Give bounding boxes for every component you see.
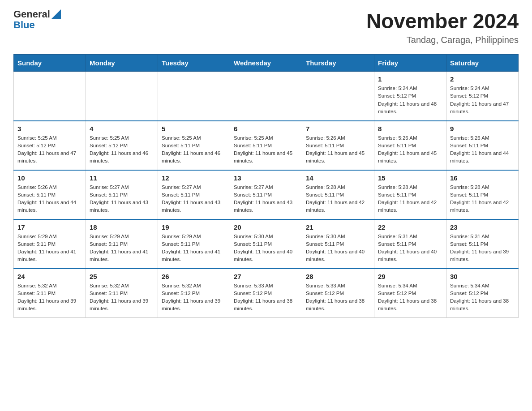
day-info: Sunrise: 5:25 AMSunset: 5:12 PMDaylight:…: [90, 134, 154, 165]
day-number: 12: [162, 174, 226, 182]
title-section: November 2024 Tandag, Caraga, Philippine…: [366, 9, 519, 45]
calendar-table: SundayMondayTuesdayWednesdayThursdayFrid…: [13, 54, 519, 318]
day-number: 27: [234, 273, 298, 280]
calendar-day-7: 7Sunrise: 5:26 AMSunset: 5:11 PMDaylight…: [302, 121, 374, 170]
empty-cell: [158, 72, 230, 121]
day-number: 7: [306, 125, 370, 133]
day-number: 26: [162, 273, 226, 280]
svg-marker-0: [51, 9, 61, 19]
calendar-day-4: 4Sunrise: 5:25 AMSunset: 5:12 PMDaylight…: [86, 121, 158, 170]
day-info: Sunrise: 5:31 AMSunset: 5:11 PMDaylight:…: [450, 233, 515, 264]
day-info: Sunrise: 5:31 AMSunset: 5:11 PMDaylight:…: [378, 233, 442, 264]
calendar-day-12: 12Sunrise: 5:27 AMSunset: 5:11 PMDayligh…: [158, 170, 230, 219]
day-number: 8: [378, 125, 442, 133]
empty-cell: [14, 72, 86, 121]
calendar-day-26: 26Sunrise: 5:32 AMSunset: 5:12 PMDayligh…: [158, 269, 230, 318]
day-info: Sunrise: 5:28 AMSunset: 5:11 PMDaylight:…: [450, 184, 515, 214]
empty-cell: [86, 72, 158, 121]
weekday-header-tuesday: Tuesday: [158, 55, 230, 72]
day-number: 16: [450, 174, 515, 182]
calendar-day-3: 3Sunrise: 5:25 AMSunset: 5:12 PMDaylight…: [14, 121, 86, 170]
day-number: 2: [450, 75, 515, 83]
day-info: Sunrise: 5:28 AMSunset: 5:11 PMDaylight:…: [306, 184, 370, 214]
day-number: 25: [90, 273, 154, 280]
day-number: 13: [234, 174, 298, 182]
weekday-header-row: SundayMondayTuesdayWednesdayThursdayFrid…: [14, 55, 519, 72]
day-number: 10: [17, 174, 82, 182]
day-number: 19: [162, 223, 226, 231]
calendar-day-28: 28Sunrise: 5:33 AMSunset: 5:12 PMDayligh…: [302, 269, 374, 318]
calendar-day-2: 2Sunrise: 5:24 AMSunset: 5:12 PMDaylight…: [446, 72, 519, 121]
day-number: 6: [234, 125, 298, 133]
day-number: 9: [450, 125, 515, 133]
calendar-day-10: 10Sunrise: 5:26 AMSunset: 5:11 PMDayligh…: [14, 170, 86, 219]
calendar-day-17: 17Sunrise: 5:29 AMSunset: 5:11 PMDayligh…: [14, 219, 86, 269]
calendar-week-2: 3Sunrise: 5:25 AMSunset: 5:12 PMDaylight…: [14, 121, 519, 170]
day-info: Sunrise: 5:32 AMSunset: 5:11 PMDaylight:…: [17, 282, 82, 313]
day-number: 4: [90, 125, 154, 133]
empty-cell: [302, 72, 374, 121]
day-info: Sunrise: 5:25 AMSunset: 5:12 PMDaylight:…: [17, 134, 82, 165]
calendar-day-14: 14Sunrise: 5:28 AMSunset: 5:11 PMDayligh…: [302, 170, 374, 219]
logo-general: General: [13, 9, 50, 20]
calendar-day-24: 24Sunrise: 5:32 AMSunset: 5:11 PMDayligh…: [14, 269, 86, 318]
day-number: 21: [306, 223, 370, 231]
weekday-header-thursday: Thursday: [302, 55, 374, 72]
logo-triangle-icon: [51, 9, 61, 19]
calendar-day-8: 8Sunrise: 5:26 AMSunset: 5:11 PMDaylight…: [374, 121, 446, 170]
calendar-week-5: 24Sunrise: 5:32 AMSunset: 5:11 PMDayligh…: [14, 269, 519, 318]
day-info: Sunrise: 5:29 AMSunset: 5:11 PMDaylight:…: [90, 233, 154, 264]
calendar-week-1: 1Sunrise: 5:24 AMSunset: 5:12 PMDaylight…: [14, 72, 519, 121]
calendar-day-5: 5Sunrise: 5:25 AMSunset: 5:11 PMDaylight…: [158, 121, 230, 170]
calendar-day-16: 16Sunrise: 5:28 AMSunset: 5:11 PMDayligh…: [446, 170, 519, 219]
day-number: 30: [450, 273, 515, 280]
day-info: Sunrise: 5:26 AMSunset: 5:11 PMDaylight:…: [378, 134, 442, 165]
location: Tandag, Caraga, Philippines: [366, 35, 519, 45]
day-info: Sunrise: 5:29 AMSunset: 5:11 PMDaylight:…: [17, 233, 82, 264]
calendar-day-13: 13Sunrise: 5:27 AMSunset: 5:11 PMDayligh…: [230, 170, 302, 219]
calendar-day-25: 25Sunrise: 5:32 AMSunset: 5:11 PMDayligh…: [86, 269, 158, 318]
day-number: 1: [378, 75, 442, 83]
calendar-day-30: 30Sunrise: 5:34 AMSunset: 5:12 PMDayligh…: [446, 269, 519, 318]
empty-cell: [230, 72, 302, 121]
day-info: Sunrise: 5:28 AMSunset: 5:11 PMDaylight:…: [378, 184, 442, 214]
day-number: 24: [17, 273, 82, 280]
day-number: 28: [306, 273, 370, 280]
calendar-day-20: 20Sunrise: 5:30 AMSunset: 5:11 PMDayligh…: [230, 219, 302, 269]
day-info: Sunrise: 5:25 AMSunset: 5:11 PMDaylight:…: [234, 134, 298, 165]
day-info: Sunrise: 5:26 AMSunset: 5:11 PMDaylight:…: [306, 134, 370, 165]
day-info: Sunrise: 5:34 AMSunset: 5:12 PMDaylight:…: [450, 282, 515, 313]
day-number: 17: [17, 223, 82, 231]
day-info: Sunrise: 5:33 AMSunset: 5:12 PMDaylight:…: [234, 282, 298, 313]
calendar-day-21: 21Sunrise: 5:30 AMSunset: 5:11 PMDayligh…: [302, 219, 374, 269]
day-info: Sunrise: 5:32 AMSunset: 5:12 PMDaylight:…: [162, 282, 226, 313]
day-number: 11: [90, 174, 154, 182]
day-info: Sunrise: 5:27 AMSunset: 5:11 PMDaylight:…: [234, 184, 298, 214]
day-number: 14: [306, 174, 370, 182]
day-info: Sunrise: 5:24 AMSunset: 5:12 PMDaylight:…: [378, 85, 442, 116]
calendar-day-1: 1Sunrise: 5:24 AMSunset: 5:12 PMDaylight…: [374, 72, 446, 121]
calendar-day-19: 19Sunrise: 5:29 AMSunset: 5:11 PMDayligh…: [158, 219, 230, 269]
day-info: Sunrise: 5:26 AMSunset: 5:11 PMDaylight:…: [17, 184, 82, 214]
weekday-header-wednesday: Wednesday: [230, 55, 302, 72]
calendar-week-3: 10Sunrise: 5:26 AMSunset: 5:11 PMDayligh…: [14, 170, 519, 219]
day-info: Sunrise: 5:30 AMSunset: 5:11 PMDaylight:…: [234, 233, 298, 264]
day-info: Sunrise: 5:29 AMSunset: 5:11 PMDaylight:…: [162, 233, 226, 264]
calendar-day-27: 27Sunrise: 5:33 AMSunset: 5:12 PMDayligh…: [230, 269, 302, 318]
month-title: November 2024: [366, 9, 519, 33]
day-info: Sunrise: 5:27 AMSunset: 5:11 PMDaylight:…: [162, 184, 226, 214]
day-info: Sunrise: 5:34 AMSunset: 5:12 PMDaylight:…: [378, 282, 442, 313]
day-info: Sunrise: 5:25 AMSunset: 5:11 PMDaylight:…: [162, 134, 226, 165]
calendar-week-4: 17Sunrise: 5:29 AMSunset: 5:11 PMDayligh…: [14, 219, 519, 269]
day-info: Sunrise: 5:26 AMSunset: 5:11 PMDaylight:…: [450, 134, 515, 165]
calendar-day-15: 15Sunrise: 5:28 AMSunset: 5:11 PMDayligh…: [374, 170, 446, 219]
day-number: 29: [378, 273, 442, 280]
day-number: 23: [450, 223, 515, 231]
day-number: 18: [90, 223, 154, 231]
calendar-day-9: 9Sunrise: 5:26 AMSunset: 5:11 PMDaylight…: [446, 121, 519, 170]
calendar-day-23: 23Sunrise: 5:31 AMSunset: 5:11 PMDayligh…: [446, 219, 519, 269]
weekday-header-monday: Monday: [86, 55, 158, 72]
weekday-header-sunday: Sunday: [14, 55, 86, 72]
day-number: 5: [162, 125, 226, 133]
page-header: General Blue November 2024 Tandag, Carag…: [13, 9, 519, 45]
